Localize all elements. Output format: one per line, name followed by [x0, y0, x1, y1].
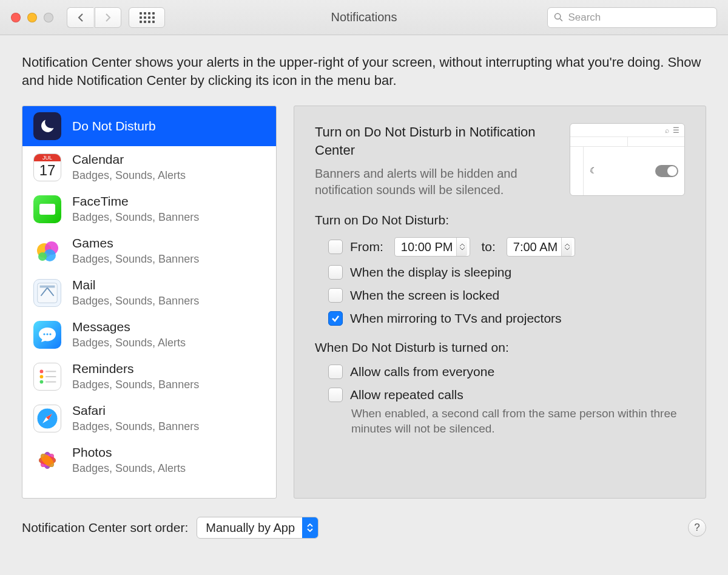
- stepper-icon[interactable]: [561, 238, 572, 256]
- allow-everyone-row: Allow calls from everyone: [328, 365, 685, 379]
- sidebar-item-label: Messages: [72, 320, 186, 334]
- svg-point-13: [40, 380, 44, 383]
- to-time-input[interactable]: 7:00 AM: [507, 237, 575, 257]
- sidebar-item-label: FaceTime: [72, 194, 199, 209]
- allow-everyone-checkbox[interactable]: [328, 365, 343, 379]
- moon-icon: [33, 112, 61, 140]
- search-input[interactable]: [568, 12, 710, 24]
- svg-rect-7: [40, 285, 55, 288]
- calendar-icon-month: JUL: [34, 154, 61, 161]
- sidebar-item-messages[interactable]: Messages Badges, Sounds, Alerts: [22, 314, 276, 355]
- screen-locked-row: When the screen is locked: [328, 288, 685, 303]
- from-time-input[interactable]: 10:00 PM: [394, 237, 471, 257]
- svg-point-5: [38, 252, 47, 261]
- sidebar-item-sub: Badges, Sounds, Banners: [72, 295, 199, 308]
- sidebar-item-facetime[interactable]: FaceTime Badges, Sounds, Banners: [22, 188, 276, 230]
- sidebar-item-sub: Badges, Sounds, Alerts: [72, 169, 186, 182]
- search-field[interactable]: [547, 7, 717, 28]
- svg-point-9: [46, 333, 48, 335]
- display-sleeping-checkbox[interactable]: [328, 265, 343, 280]
- close-window-button[interactable]: [11, 13, 21, 22]
- turn-on-section-label: Turn on Do Not Disturb:: [315, 213, 685, 227]
- sidebar-item-do-not-disturb[interactable]: Do Not Disturb: [22, 106, 276, 146]
- list-icon: ☰: [673, 126, 679, 135]
- display-sleeping-label: When the display is sleeping: [350, 265, 511, 280]
- to-label: to:: [481, 240, 495, 254]
- dnd-preview-thumbnail: ⌕☰ ☾: [570, 123, 685, 196]
- repeated-calls-help: When enabled, a second call from the sam…: [351, 406, 685, 436]
- forward-button[interactable]: [95, 7, 121, 28]
- moon-icon: ☾: [590, 166, 601, 177]
- mirroring-row: When mirroring to TVs and projectors: [328, 311, 685, 326]
- main-row: Do Not Disturb JUL 17 Calendar Badges, S…: [22, 106, 706, 499]
- select-arrows-icon: [302, 517, 318, 538]
- allow-everyone-label: Allow calls from everyone: [350, 365, 494, 379]
- window-controls: [11, 13, 53, 22]
- panel-description: Banners and alerts will be hidden and no…: [315, 166, 555, 198]
- calendar-icon-day: 17: [39, 161, 56, 180]
- sidebar-item-label: Games: [72, 236, 199, 251]
- titlebar: Notifications: [0, 0, 728, 35]
- sidebar-item-label: Mail: [72, 278, 199, 292]
- allow-repeated-checkbox[interactable]: [328, 388, 343, 402]
- chevron-right-icon: [104, 13, 112, 22]
- safari-icon: [33, 405, 61, 432]
- help-button[interactable]: ?: [688, 519, 706, 537]
- mirroring-checkbox[interactable]: [328, 311, 343, 326]
- sort-order-value: Manually by App: [206, 521, 295, 535]
- settings-panel: Turn on Do Not Disturb in Notification C…: [294, 106, 706, 499]
- app-list[interactable]: Do Not Disturb JUL 17 Calendar Badges, S…: [22, 106, 277, 499]
- sort-order-label: Notification Center sort order:: [22, 520, 188, 535]
- from-label: From:: [350, 240, 383, 254]
- chevron-left-icon: [77, 13, 84, 22]
- stepper-icon[interactable]: [456, 238, 467, 256]
- facetime-icon: [33, 195, 61, 223]
- calendar-icon: JUL 17: [33, 153, 61, 181]
- minimize-window-button[interactable]: [27, 13, 37, 22]
- sort-order-select[interactable]: Manually by App: [197, 517, 318, 539]
- to-time-value: 7:00 AM: [513, 240, 558, 254]
- panel-header: Turn on Do Not Disturb in Notification C…: [315, 123, 685, 198]
- mail-icon: [33, 279, 61, 307]
- show-all-button[interactable]: [129, 7, 165, 28]
- search-icon: ⌕: [665, 126, 669, 135]
- sidebar-item-safari[interactable]: Safari Badges, Sounds, Banners: [22, 397, 276, 439]
- mirroring-label: When mirroring to TVs and projectors: [350, 311, 562, 326]
- sidebar-item-sub: Badges, Sounds, Banners: [72, 378, 199, 391]
- content: Notification Center shows your alerts in…: [0, 35, 728, 503]
- screen-locked-checkbox[interactable]: [328, 288, 343, 303]
- sidebar-item-games[interactable]: Games Badges, Sounds, Banners: [22, 230, 276, 272]
- check-icon: [331, 314, 340, 323]
- svg-point-11: [40, 369, 44, 373]
- allow-repeated-label: Allow repeated calls: [350, 388, 463, 402]
- display-sleeping-row: When the display is sleeping: [328, 265, 685, 280]
- game-center-icon: [33, 237, 61, 265]
- sidebar-item-sub: Badges, Sounds, Banners: [72, 211, 199, 224]
- sidebar-item-label: Safari: [72, 403, 199, 418]
- sidebar-item-sub: Badges, Sounds, Alerts: [72, 462, 186, 475]
- toggle-icon: [655, 165, 678, 177]
- from-time-row: From: 10:00 PM to: 7:00 AM: [328, 237, 685, 257]
- sidebar-item-mail[interactable]: Mail Badges, Sounds, Banners: [22, 272, 276, 314]
- svg-point-8: [43, 333, 45, 335]
- svg-point-12: [40, 375, 44, 378]
- when-on-section-label: When Do Not Disturb is turned on:: [315, 340, 685, 355]
- footer: Notification Center sort order: Manually…: [0, 503, 728, 551]
- photos-icon: [33, 446, 61, 474]
- svg-point-10: [49, 333, 51, 335]
- sidebar-item-calendar[interactable]: JUL 17 Calendar Badges, Sounds, Alerts: [22, 146, 276, 188]
- sidebar-item-label: Do Not Disturb: [72, 119, 156, 133]
- back-button[interactable]: [67, 7, 93, 28]
- from-time-value: 10:00 PM: [401, 240, 453, 254]
- sidebar-item-photos[interactable]: Photos Badges, Sounds, Alerts: [22, 439, 276, 481]
- sidebar-item-reminders[interactable]: Reminders Badges, Sounds, Banners: [22, 355, 276, 397]
- svg-point-0: [555, 13, 561, 19]
- sidebar-item-sub: Badges, Sounds, Banners: [72, 253, 199, 266]
- nav-buttons: [67, 7, 121, 28]
- sidebar-item-label: Calendar: [72, 152, 186, 167]
- sidebar-item-sub: Badges, Sounds, Alerts: [72, 337, 186, 349]
- reminders-icon: [33, 363, 61, 391]
- allow-repeated-row: Allow repeated calls: [328, 388, 685, 402]
- from-checkbox[interactable]: [328, 240, 343, 254]
- messages-icon: [33, 321, 61, 349]
